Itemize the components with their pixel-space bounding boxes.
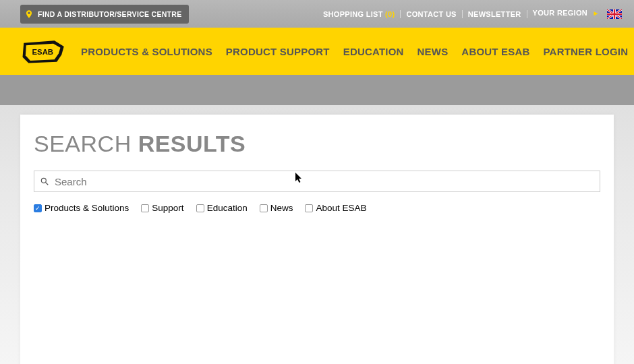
chevron-right-icon: ► (592, 9, 599, 17)
search-input[interactable] (55, 176, 594, 187)
page-title: SEARCH RESULTS (34, 131, 600, 157)
esab-logo[interactable]: ESAB (20, 37, 67, 65)
svg-point-6 (41, 178, 46, 183)
shopping-list-link[interactable]: SHOPPING LIST (0) (318, 10, 401, 18)
nav-education[interactable]: EDUCATION (337, 46, 411, 57)
nav-news[interactable]: NEWS (411, 46, 455, 57)
main-nav: ESAB PRODUCTS & SOLUTIONS PRODUCT SUPPOR… (0, 28, 634, 75)
search-icon (40, 177, 49, 186)
search-filters: ✓ Products & Solutions Support Education… (34, 203, 600, 213)
nav-product-support[interactable]: PRODUCT SUPPORT (219, 46, 337, 57)
contact-us-link[interactable]: CONTACT US (401, 10, 462, 18)
checkbox-icon (141, 204, 149, 212)
map-pin-icon (24, 8, 34, 20)
content-card: SEARCH RESULTS ✓ Products & Solutions Su… (20, 115, 614, 364)
region-selector[interactable]: YOUR REGION ► (527, 9, 627, 18)
find-distributor-label: FIND A DISTRIBUTOR/SERVICE CENTRE (38, 10, 182, 18)
nav-partner-login[interactable]: PARTNER LOGIN (537, 46, 634, 57)
svg-text:ESAB: ESAB (32, 48, 54, 56)
search-box[interactable] (34, 171, 600, 192)
filter-support[interactable]: Support (141, 203, 183, 213)
filter-products-solutions[interactable]: ✓ Products & Solutions (34, 203, 129, 213)
nav-products-solutions[interactable]: PRODUCTS & SOLUTIONS (74, 46, 219, 57)
shopping-list-count: (0) (385, 10, 395, 18)
filter-news[interactable]: News (260, 203, 293, 213)
filter-about-esab[interactable]: About ESAB (305, 203, 366, 213)
svg-line-7 (46, 183, 49, 185)
utility-bar: FIND A DISTRIBUTOR/SERVICE CENTRE SHOPPI… (0, 0, 634, 28)
newsletter-link[interactable]: NEWSLETTER (463, 10, 527, 18)
uk-flag-icon (607, 9, 622, 19)
checkbox-icon (305, 204, 313, 212)
checkbox-icon (196, 204, 204, 212)
svg-rect-4 (607, 13, 622, 14)
utility-links: SHOPPING LIST (0) CONTACT US NEWSLETTER … (318, 9, 627, 18)
find-distributor-button[interactable]: FIND A DISTRIBUTOR/SERVICE CENTRE (20, 5, 189, 24)
filter-education[interactable]: Education (196, 203, 248, 213)
nav-about-esab[interactable]: ABOUT ESAB (455, 46, 536, 57)
checkbox-icon: ✓ (34, 204, 42, 212)
hero-strip (0, 75, 634, 105)
checkbox-icon (260, 204, 268, 212)
